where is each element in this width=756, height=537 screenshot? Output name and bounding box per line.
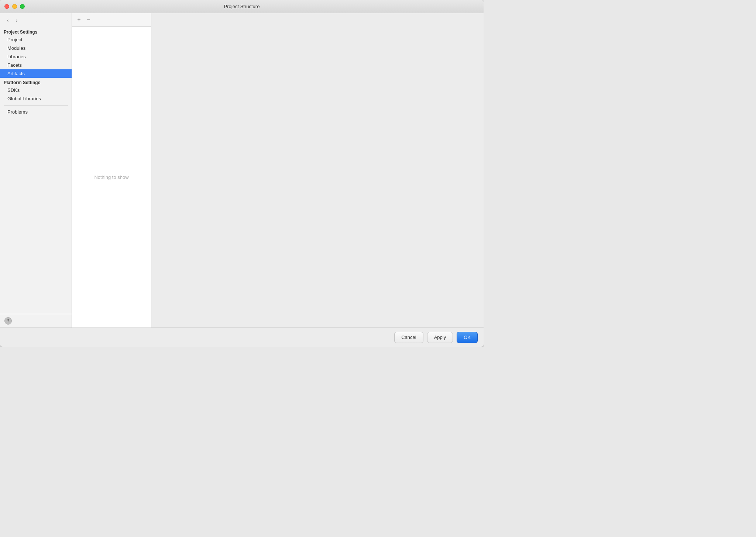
center-toolbar: + − (72, 13, 151, 27)
title-bar: Project Structure (0, 0, 484, 13)
sidebar: ‹ › Project Settings Project Modules Lib… (0, 13, 72, 328)
remove-button[interactable]: − (85, 16, 93, 24)
bottom-right: Cancel Apply OK (394, 332, 478, 343)
sidebar-item-modules[interactable]: Modules (0, 44, 72, 52)
sidebar-divider (4, 105, 68, 105)
sidebar-navigation: ‹ › (0, 13, 72, 26)
window-title: Project Structure (224, 4, 260, 9)
sidebar-item-global-libraries[interactable]: Global Libraries (0, 94, 72, 103)
add-button[interactable]: + (75, 16, 83, 24)
project-structure-window: Project Structure ‹ › Project Settings P… (0, 0, 484, 347)
traffic-lights (4, 4, 25, 9)
forward-arrow[interactable]: › (13, 16, 21, 24)
apply-button[interactable]: Apply (427, 332, 453, 343)
back-arrow[interactable]: ‹ (4, 16, 12, 24)
minimize-button[interactable] (12, 4, 17, 9)
sidebar-item-artifacts[interactable]: Artifacts (0, 69, 72, 78)
maximize-button[interactable] (20, 4, 25, 9)
project-settings-section: Project Settings (0, 27, 72, 35)
nothing-to-show-label: Nothing to show (94, 174, 128, 180)
center-panel: + − Nothing to show (72, 13, 151, 328)
sidebar-item-libraries[interactable]: Libraries (0, 52, 72, 61)
sidebar-item-facets[interactable]: Facets (0, 61, 72, 69)
platform-settings-section: Platform Settings (0, 78, 72, 86)
cancel-button[interactable]: Cancel (394, 332, 423, 343)
bottom-bar: Cancel Apply OK (0, 328, 484, 347)
sidebar-bottom: ? (0, 314, 72, 328)
help-button[interactable]: ? (4, 317, 12, 325)
close-button[interactable] (4, 4, 9, 9)
sidebar-item-sdks[interactable]: SDKs (0, 86, 72, 94)
ok-button[interactable]: OK (457, 332, 478, 343)
main-content: ‹ › Project Settings Project Modules Lib… (0, 13, 484, 328)
sidebar-item-problems[interactable]: Problems (0, 108, 72, 116)
right-panel (151, 13, 484, 328)
sidebar-items: Project Settings Project Modules Librari… (0, 26, 72, 314)
sidebar-item-project[interactable]: Project (0, 35, 72, 44)
center-content: Nothing to show (72, 27, 151, 328)
